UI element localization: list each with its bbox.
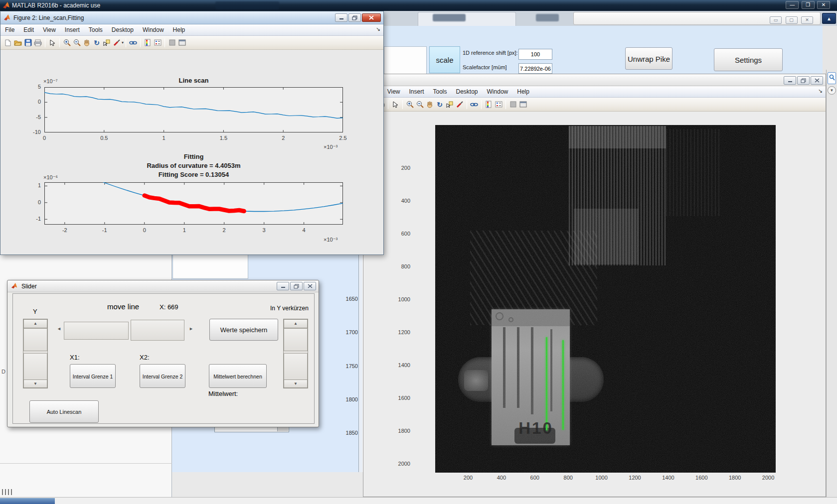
open-folder-icon[interactable] (13, 38, 23, 48)
dock-toolbar-icon[interactable] (167, 38, 177, 48)
insert-colorbar-icon[interactable] (484, 100, 494, 110)
menu-item[interactable]: Insert (404, 86, 428, 97)
minimize-button[interactable] (277, 282, 289, 290)
fitting-plot[interactable] (44, 182, 343, 225)
down-arrow-icon[interactable]: ▼ (284, 379, 308, 388)
axis-tick-label: 600 (530, 475, 539, 481)
menu-item[interactable]: Tools (84, 24, 107, 35)
insert-colorbar-icon[interactable] (143, 38, 153, 48)
menu-item[interactable]: Window (483, 86, 513, 97)
pointer-icon[interactable] (390, 100, 400, 110)
print-icon[interactable] (33, 38, 43, 48)
figure-right-titlebar[interactable]: d (363, 74, 826, 86)
dock-toolbar-icon[interactable] (508, 100, 518, 110)
search-icon[interactable] (828, 72, 836, 84)
brush-icon[interactable] (112, 38, 122, 48)
right-arrow-icon[interactable]: ► (189, 326, 193, 331)
menu-item[interactable]: Window (138, 24, 168, 35)
zoom-out-icon[interactable] (72, 38, 82, 48)
brush-dropdown-icon[interactable]: ▾ (122, 40, 124, 45)
close-button[interactable] (304, 282, 316, 290)
data-cursor-icon[interactable] (445, 100, 455, 110)
slider-thumb[interactable] (284, 328, 308, 351)
rotate-3d-icon[interactable]: ↻ (92, 38, 102, 48)
panel-splitter[interactable] (358, 252, 363, 472)
pan-hand-icon[interactable] (82, 38, 92, 48)
new-file-icon[interactable] (3, 38, 13, 48)
up-arrow-icon[interactable]: ▲ (284, 319, 308, 328)
close-button[interactable]: ✕ (801, 16, 813, 24)
insert-legend-icon[interactable] (494, 100, 503, 110)
close-button[interactable] (811, 76, 823, 85)
line-scan-plot[interactable] (44, 87, 343, 132)
close-button[interactable]: ✕ (817, 1, 830, 9)
menu-overflow-icon[interactable]: ↘ (818, 88, 823, 94)
zoom-in-icon[interactable] (62, 38, 72, 48)
restore-button[interactable]: ▢ (786, 16, 798, 24)
restore-button[interactable] (290, 282, 303, 290)
minimize-button[interactable] (335, 13, 347, 22)
interval-limit2-button[interactable]: Interval Grenze 2 (140, 364, 185, 388)
minimize-button[interactable]: ▭ (770, 16, 782, 24)
resize-grip-icon[interactable] (2, 489, 14, 495)
restore-button[interactable]: ❒ (802, 1, 815, 9)
data-cursor-icon[interactable] (102, 38, 112, 48)
menu-item[interactable]: View (383, 86, 405, 97)
toolstrip-collapse-button[interactable]: ▲ (822, 13, 836, 24)
interval-limit1-button[interactable]: Interval Grenze 1 (70, 364, 116, 388)
slider-titlebar[interactable]: Slider (7, 280, 319, 292)
close-button[interactable] (362, 13, 381, 22)
slider-thumb[interactable] (23, 328, 47, 351)
chevron-down-icon[interactable]: ▼ (828, 86, 836, 95)
move-line-slider[interactable]: ◄ ► (57, 320, 193, 341)
menu-item[interactable]: Desktop (107, 24, 138, 35)
minimize-button[interactable]: — (786, 1, 799, 9)
save-icon[interactable] (23, 38, 33, 48)
compute-mean-button[interactable]: Mittelwert berechnen (209, 364, 267, 388)
maximize-button[interactable] (348, 13, 361, 22)
scale-button[interactable]: scale (429, 46, 460, 73)
dock-figure-icon[interactable] (177, 38, 187, 48)
shorten-y-slider[interactable]: ▲ ▼ (283, 319, 308, 388)
slider-thumb[interactable] (131, 320, 184, 341)
link-plot-icon[interactable] (128, 38, 138, 48)
menu-item[interactable]: View (38, 24, 60, 35)
restore-button[interactable] (797, 76, 810, 85)
dock-figure-icon[interactable] (518, 100, 528, 110)
unwrap-pike-button[interactable]: Unwrap Pike (625, 47, 672, 70)
down-arrow-icon[interactable]: ▼ (23, 379, 47, 388)
left-arrow-icon[interactable]: ◄ (57, 326, 61, 331)
menu-item[interactable]: Help (168, 24, 190, 35)
slider-thumb[interactable] (284, 353, 308, 380)
zoom-out-icon[interactable] (415, 100, 425, 110)
menu-item[interactable]: Insert (60, 24, 84, 35)
brush-icon[interactable] (455, 100, 465, 110)
insert-legend-icon[interactable] (153, 38, 163, 48)
wafer-image[interactable]: H10 (435, 125, 776, 473)
pan-hand-icon[interactable] (425, 100, 435, 110)
link-plot-icon[interactable] (469, 100, 479, 110)
slider-thumb[interactable] (64, 322, 129, 340)
save-values-button[interactable]: Werte speichern (209, 319, 278, 341)
figure2-titlebar[interactable]: Figure 2: Line_scan,Fitting (0, 11, 383, 24)
menu-item[interactable]: Help (512, 86, 534, 97)
minimize-button[interactable] (784, 76, 796, 85)
pointer-icon[interactable] (47, 38, 57, 48)
menu-item[interactable]: Desktop (452, 86, 483, 97)
menu-item[interactable]: Edit (19, 24, 38, 35)
y-slider[interactable]: ▲ ▼ (23, 319, 48, 388)
axis-tick-label: 1400 (662, 475, 674, 481)
axis-tick-label: 1 (183, 227, 186, 233)
zoom-in-icon[interactable] (405, 100, 415, 110)
auto-linescan-button[interactable]: Auto Linescan (29, 400, 99, 423)
menu-item[interactable]: File (0, 24, 19, 35)
scalefactor-input[interactable] (518, 63, 552, 74)
menu-item[interactable]: Tools (429, 86, 452, 97)
left-dock-tab-label[interactable]: D (1, 369, 5, 375)
slider-thumb[interactable] (23, 353, 47, 380)
rotate-3d-icon[interactable]: ↻ (435, 100, 445, 110)
settings-button[interactable]: Settings (714, 48, 783, 71)
up-arrow-icon[interactable]: ▲ (23, 319, 47, 328)
menu-overflow-icon[interactable]: ↘ (376, 26, 380, 32)
ref-shift-input[interactable] (518, 49, 552, 60)
